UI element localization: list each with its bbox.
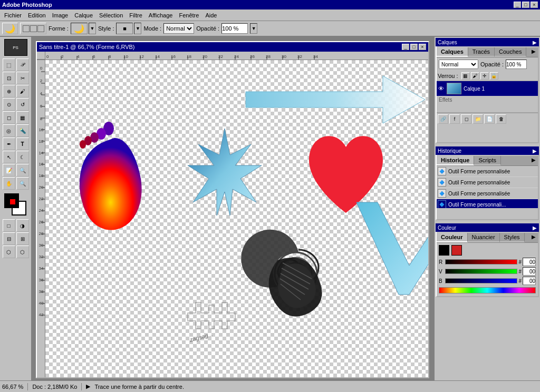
standard-mode[interactable]: □ <box>3 219 15 232</box>
doc-close[interactable]: × <box>419 44 426 50</box>
add-mask-btn[interactable]: ◻ <box>461 114 471 124</box>
shape-select-tool[interactable]: ↖ <box>3 151 15 163</box>
fg-color-swatch[interactable] <box>439 245 449 256</box>
history-panel-options[interactable]: ▶ <box>533 148 537 154</box>
menu-affichage[interactable]: Affichage <box>146 11 176 19</box>
history-label-2: Outil Forme personnalisée <box>448 180 510 185</box>
minimize-button[interactable]: _ <box>514 2 521 8</box>
quick-mask-mode[interactable]: ◑ <box>16 219 29 232</box>
historique-tab[interactable]: Historique <box>437 156 474 165</box>
shape-options[interactable] <box>20 23 46 34</box>
scripts-tab[interactable]: Scripts <box>474 156 501 165</box>
layers-panel: Calques ▶ Calques Tracés Couches ▶ Norma… <box>436 38 539 143</box>
gradient-tool[interactable]: ▦ <box>16 111 29 124</box>
new-layer-btn[interactable]: 📄 <box>484 114 495 124</box>
opacity-dropdown[interactable]: ▼ <box>250 23 257 34</box>
brush-tool[interactable]: 🖌 <box>16 85 29 97</box>
history-list: 🔷 Outil Forme personnalisée 🔷 Outil Form… <box>437 166 538 208</box>
styles-tab[interactable]: Styles <box>500 233 525 242</box>
zoom-tool[interactable]: 🔍 <box>16 177 29 190</box>
lasso-tool[interactable]: 𝒫 <box>16 58 29 71</box>
dodge-tool[interactable]: 🔦 <box>16 124 29 137</box>
couches-tab[interactable]: Couches <box>495 47 526 57</box>
color-panel-options[interactable]: ▶ <box>533 225 537 231</box>
traces-tab[interactable]: Tracés <box>468 47 495 57</box>
nuancier-tab[interactable]: Nuancier <box>468 233 500 242</box>
g-slider[interactable] <box>445 269 517 274</box>
doc-maximize[interactable]: □ <box>410 44 418 50</box>
opacity-panel-input[interactable] <box>506 60 527 69</box>
lock-all-btn[interactable]: 🔒 <box>490 72 498 80</box>
history-menu-btn[interactable]: ▶ <box>529 156 538 165</box>
add-style-btn[interactable]: f <box>449 114 460 124</box>
forme-dropdown[interactable]: ▼ <box>89 23 96 34</box>
hand-tool[interactable]: ✋ <box>3 177 15 190</box>
svg-text:8: 8 <box>40 116 43 121</box>
bg-color-swatch[interactable] <box>451 245 462 256</box>
calques-tab[interactable]: Calques <box>437 47 468 57</box>
menu-aide[interactable]: Aide <box>202 11 220 19</box>
maximize-button[interactable]: □ <box>522 2 529 8</box>
crop-tool[interactable]: ⊡ <box>3 72 15 84</box>
history-item-2[interactable]: 🔷 Outil Forme personnalisée <box>437 177 538 188</box>
menu-edition[interactable]: Edition <box>25 11 49 19</box>
marquee-tool[interactable]: ⬚ <box>3 58 15 71</box>
menu-selection[interactable]: Sélection <box>96 11 126 19</box>
clone-tool[interactable]: ⊙ <box>3 98 15 111</box>
svg-text:20: 20 <box>202 54 207 59</box>
history-item-4[interactable]: 🔷 Outil Forme personnali... <box>437 199 538 208</box>
history-item-3[interactable]: 🔷 Outil Forme personnalisée <box>437 188 538 199</box>
style-preview[interactable]: ■ <box>116 23 133 34</box>
g-value[interactable] <box>523 267 536 276</box>
menu-fenetre[interactable]: Fenêtre <box>176 11 202 19</box>
svg-text:28: 28 <box>266 54 271 59</box>
svg-text:14: 14 <box>155 54 160 59</box>
eraser-tool[interactable]: ◻ <box>3 111 15 124</box>
b-slider[interactable] <box>445 278 517 283</box>
menu-calque[interactable]: Calque <box>71 11 96 19</box>
opacity-input[interactable] <box>221 23 248 34</box>
layer-visibility[interactable]: 👁 <box>438 85 445 92</box>
new-group-btn[interactable]: 📁 <box>472 114 483 124</box>
extra-tool-1[interactable]: ⬡ <box>3 246 15 258</box>
panel-options-button[interactable]: ▶ <box>533 40 537 45</box>
menu-fichier[interactable]: Fichier <box>1 11 25 19</box>
panel-menu-btn[interactable]: ▶ <box>529 47 538 57</box>
color-spectrum[interactable] <box>439 287 536 293</box>
history-brush[interactable]: ↺ <box>16 98 29 111</box>
style-label: Style : <box>98 25 114 32</box>
full-screen-mode[interactable]: ⊞ <box>16 232 29 245</box>
lock-position-btn[interactable]: ✛ <box>480 72 489 80</box>
extra-tool-2[interactable]: ⬡ <box>16 246 29 258</box>
history-item-1[interactable]: 🔷 Outil Forme personnalisée <box>437 166 538 177</box>
svg-text:0: 0 <box>46 54 49 59</box>
pen-tool[interactable]: ✒ <box>3 138 15 150</box>
r-value[interactable] <box>523 258 536 266</box>
style-dropdown[interactable]: ▼ <box>134 23 141 34</box>
color-menu-btn[interactable]: ▶ <box>529 233 538 242</box>
heal-tool[interactable]: ⊕ <box>3 85 15 97</box>
blend-mode-select[interactable]: Normal <box>439 60 478 69</box>
blur-tool[interactable]: ◎ <box>3 124 15 137</box>
custom-shape-tool[interactable]: ☾ <box>16 151 29 163</box>
doc-minimize[interactable]: _ <box>402 44 409 50</box>
couleur-tab[interactable]: Couleur <box>437 233 468 242</box>
link-layers-btn[interactable]: 🔗 <box>438 114 448 124</box>
delete-layer-btn[interactable]: 🗑 <box>496 114 506 124</box>
notes-tool[interactable]: 📝 <box>3 164 15 177</box>
mode-select[interactable]: Normal <box>163 23 194 34</box>
forme-preview[interactable]: 🌙 <box>71 23 88 34</box>
screen-mode[interactable]: ⊟ <box>3 232 15 245</box>
lock-transparent-btn[interactable]: ▦ <box>461 72 470 80</box>
b-value[interactable] <box>523 277 536 285</box>
text-tool[interactable]: T <box>16 138 29 150</box>
lock-image-btn[interactable]: 🖌 <box>471 72 479 80</box>
slice-tool[interactable]: ✂ <box>16 72 29 84</box>
canvas-scroll[interactable]: zagsag... <box>45 60 428 377</box>
menu-image[interactable]: Image <box>49 11 72 19</box>
close-button[interactable]: × <box>531 2 538 8</box>
r-slider[interactable] <box>445 259 517 264</box>
layer-item[interactable]: 👁 Calque 1 <box>437 81 538 96</box>
menu-filtre[interactable]: Filtre <box>126 11 145 19</box>
eyedropper-tool[interactable]: 🔍 <box>16 164 29 177</box>
